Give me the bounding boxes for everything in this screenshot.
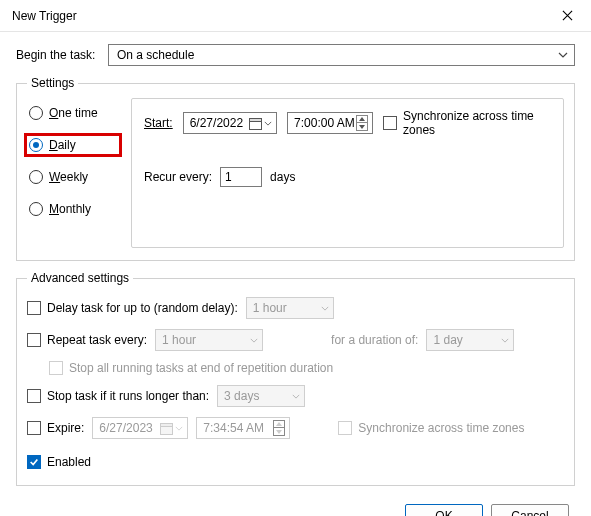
expire-date-input[interactable]: 6/27/2023 xyxy=(92,417,188,439)
start-date-value: 6/27/2022 xyxy=(190,116,243,130)
sync-timezones-label: Synchronize across time zones xyxy=(403,109,551,137)
checkbox-checked-icon xyxy=(27,455,41,469)
radio-icon xyxy=(29,106,43,120)
chevron-down-icon xyxy=(250,338,258,343)
spinner-icon xyxy=(273,420,285,436)
sync2-label: Synchronize across time zones xyxy=(358,421,524,435)
expire-check[interactable]: Expire: xyxy=(27,421,84,435)
cancel-button[interactable]: Cancel xyxy=(491,504,569,516)
duration-label: for a duration of: xyxy=(331,333,418,347)
checkbox-icon xyxy=(27,421,41,435)
window-title: New Trigger xyxy=(12,9,77,23)
enabled-check[interactable]: Enabled xyxy=(27,455,91,469)
recur-input[interactable]: 1 xyxy=(220,167,262,187)
stop-all-row: Stop all running tasks at end of repetit… xyxy=(49,361,564,375)
svg-rect-1 xyxy=(250,118,262,121)
recur-label-post: days xyxy=(270,170,295,184)
repeat-label: Repeat task every: xyxy=(47,333,147,347)
advanced-fieldset: Advanced settings Delay task for up to (… xyxy=(16,271,575,486)
ok-button-label: OK xyxy=(435,509,452,516)
dialog-footer: OK Cancel xyxy=(16,496,575,516)
sync2-check[interactable]: Synchronize across time zones xyxy=(338,421,524,435)
repeat-check[interactable]: Repeat task every: xyxy=(27,333,147,347)
checkbox-icon xyxy=(27,389,41,403)
stop-if-check[interactable]: Stop task if it runs longer than: xyxy=(27,389,209,403)
radio-one-time[interactable]: One time xyxy=(27,104,119,122)
radio-weekly[interactable]: Weekly xyxy=(27,168,119,186)
stop-all-check[interactable]: Stop all running tasks at end of repetit… xyxy=(49,361,333,375)
begin-task-row: Begin the task: On a schedule xyxy=(16,44,575,66)
checkbox-icon xyxy=(49,361,63,375)
schedule-panel: Start: 6/27/2022 7:00:00 AM xyxy=(131,98,564,248)
recur-row: Recur every: 1 days xyxy=(144,167,551,187)
chevron-down-icon xyxy=(501,338,509,343)
sync-timezones-check[interactable]: Synchronize across time zones xyxy=(383,109,551,137)
enabled-row: Enabled xyxy=(27,455,564,469)
delay-check[interactable]: Delay task for up to (random delay): xyxy=(27,301,238,315)
duration-dropdown[interactable]: 1 day xyxy=(426,329,514,351)
cancel-button-label: Cancel xyxy=(511,509,548,516)
chevron-down-icon xyxy=(321,306,329,311)
advanced-legend: Advanced settings xyxy=(27,271,133,285)
close-button[interactable] xyxy=(551,2,583,30)
delay-label: Delay task for up to (random delay): xyxy=(47,301,238,315)
begin-task-select[interactable]: On a schedule xyxy=(108,44,575,66)
expire-date-value: 6/27/2023 xyxy=(99,421,152,435)
expire-label: Expire: xyxy=(47,421,84,435)
radio-label: Weekly xyxy=(49,170,88,184)
settings-legend: Settings xyxy=(27,76,78,90)
duration-value: 1 day xyxy=(433,333,462,347)
svg-rect-3 xyxy=(161,423,173,426)
stop-if-row: Stop task if it runs longer than: 3 days xyxy=(27,385,564,407)
enabled-label: Enabled xyxy=(47,455,91,469)
expire-time-input[interactable]: 7:34:54 AM xyxy=(196,417,290,439)
start-date-input[interactable]: 6/27/2022 xyxy=(183,112,277,134)
start-time-value: 7:00:00 AM xyxy=(294,116,355,130)
stop-all-label: Stop all running tasks at end of repetit… xyxy=(69,361,333,375)
radio-label: Monthly xyxy=(49,202,91,216)
chevron-down-icon xyxy=(264,121,272,126)
begin-task-value: On a schedule xyxy=(117,48,194,62)
expire-row: Expire: 6/27/2023 7:34:54 AM xyxy=(27,417,564,439)
stop-if-value: 3 days xyxy=(224,389,259,403)
stop-if-dropdown[interactable]: 3 days xyxy=(217,385,305,407)
frequency-radios: One time Daily Weekly Monthly xyxy=(27,98,119,248)
chevron-down-icon xyxy=(558,52,568,58)
expire-time-value: 7:34:54 AM xyxy=(203,421,264,435)
repeat-value: 1 hour xyxy=(162,333,196,347)
start-label: Start: xyxy=(144,116,173,130)
calendar-icon xyxy=(160,422,173,435)
settings-fieldset: Settings One time Daily Weekly Monthly xyxy=(16,76,575,261)
stop-if-label: Stop task if it runs longer than: xyxy=(47,389,209,403)
radio-daily[interactable]: Daily xyxy=(27,136,119,154)
radio-icon xyxy=(29,138,43,152)
close-icon xyxy=(562,10,573,21)
chevron-down-icon xyxy=(175,426,183,431)
checkbox-icon xyxy=(383,116,397,130)
radio-icon xyxy=(29,170,43,184)
recur-label-pre: Recur every: xyxy=(144,170,212,184)
radio-icon xyxy=(29,202,43,216)
ok-button[interactable]: OK xyxy=(405,504,483,516)
repeat-dropdown[interactable]: 1 hour xyxy=(155,329,263,351)
start-time-input[interactable]: 7:00:00 AM xyxy=(287,112,373,134)
radio-label: Daily xyxy=(49,138,76,152)
checkbox-icon xyxy=(27,333,41,347)
delay-dropdown[interactable]: 1 hour xyxy=(246,297,334,319)
titlebar: New Trigger xyxy=(0,0,591,32)
radio-monthly[interactable]: Monthly xyxy=(27,200,119,218)
checkbox-icon xyxy=(27,301,41,315)
repeat-row: Repeat task every: 1 hour for a duration… xyxy=(27,329,564,351)
recur-value: 1 xyxy=(225,170,232,184)
delay-row: Delay task for up to (random delay): 1 h… xyxy=(27,297,564,319)
begin-task-label: Begin the task: xyxy=(16,48,100,62)
checkbox-icon xyxy=(338,421,352,435)
delay-value: 1 hour xyxy=(253,301,287,315)
radio-label: One time xyxy=(49,106,98,120)
calendar-icon xyxy=(249,117,262,130)
spinner-icon xyxy=(356,115,368,131)
chevron-down-icon xyxy=(292,394,300,399)
